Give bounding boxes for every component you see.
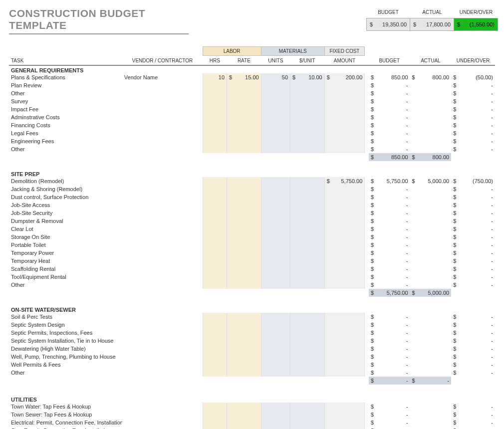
per-unit-cell[interactable] xyxy=(290,177,325,185)
task-cell[interactable]: Jacking & Shoring (Remodel) xyxy=(9,185,122,193)
units-cell[interactable] xyxy=(261,177,290,185)
amount-cell[interactable] xyxy=(324,97,365,105)
amount-cell[interactable] xyxy=(324,121,365,129)
per-unit-cell[interactable] xyxy=(290,313,325,321)
hrs-cell[interactable] xyxy=(203,185,227,193)
units-cell[interactable] xyxy=(261,81,290,89)
budget-cell[interactable]: $- xyxy=(369,97,410,105)
rate-cell[interactable] xyxy=(227,427,261,429)
task-cell[interactable]: Plans & Specifications xyxy=(9,73,122,81)
hrs-cell[interactable] xyxy=(203,217,227,225)
under-cell[interactable]: $- xyxy=(451,241,495,249)
hrs-cell[interactable] xyxy=(203,81,227,89)
rate-cell[interactable] xyxy=(227,337,261,345)
units-cell[interactable] xyxy=(261,129,290,137)
vendor-cell[interactable] xyxy=(122,273,203,281)
units-cell[interactable] xyxy=(261,329,290,337)
task-cell[interactable]: Well Permits & Fees xyxy=(9,361,122,369)
per-unit-cell[interactable] xyxy=(290,137,325,145)
per-unit-cell[interactable] xyxy=(290,201,325,209)
rate-cell[interactable] xyxy=(227,201,261,209)
rate-cell[interactable] xyxy=(227,129,261,137)
amount-cell[interactable] xyxy=(324,265,365,273)
budget-cell[interactable]: $- xyxy=(369,89,410,97)
rate-cell[interactable] xyxy=(227,89,261,97)
per-unit-cell[interactable] xyxy=(290,233,325,241)
rate-cell[interactable] xyxy=(227,273,261,281)
units-cell[interactable] xyxy=(261,369,290,377)
task-cell[interactable]: Other xyxy=(9,281,122,289)
under-cell[interactable]: $- xyxy=(451,321,495,329)
under-cell[interactable]: $- xyxy=(451,257,495,265)
vendor-cell[interactable] xyxy=(122,105,203,113)
per-unit-cell[interactable] xyxy=(290,411,325,419)
amount-cell[interactable] xyxy=(324,321,365,329)
budget-cell[interactable]: $- xyxy=(369,121,410,129)
rate-cell[interactable] xyxy=(227,321,261,329)
actual-cell[interactable]: $5,000.00 xyxy=(410,177,452,185)
per-unit-cell[interactable] xyxy=(290,265,325,273)
amount-cell[interactable] xyxy=(324,329,365,337)
units-cell[interactable] xyxy=(261,209,290,217)
under-cell[interactable]: $- xyxy=(451,369,495,377)
per-unit-cell[interactable] xyxy=(290,185,325,193)
rate-cell[interactable] xyxy=(227,241,261,249)
vendor-cell[interactable] xyxy=(122,427,203,429)
hrs-cell[interactable] xyxy=(203,129,227,137)
per-unit-cell[interactable] xyxy=(290,209,325,217)
vendor-cell[interactable] xyxy=(122,145,203,153)
hrs-cell[interactable] xyxy=(203,361,227,369)
per-unit-cell[interactable] xyxy=(290,273,325,281)
hrs-cell[interactable] xyxy=(203,209,227,217)
rate-cell[interactable] xyxy=(227,113,261,121)
amount-cell[interactable] xyxy=(324,403,365,411)
task-cell[interactable]: Financing Costs xyxy=(9,121,122,129)
units-cell[interactable] xyxy=(261,273,290,281)
hrs-cell[interactable] xyxy=(203,225,227,233)
under-cell[interactable]: $- xyxy=(451,233,495,241)
rate-cell[interactable] xyxy=(227,361,261,369)
units-cell[interactable] xyxy=(261,361,290,369)
budget-cell[interactable]: $- xyxy=(369,313,410,321)
rate-cell[interactable] xyxy=(227,217,261,225)
budget-cell[interactable]: $- xyxy=(369,233,410,241)
units-cell[interactable] xyxy=(261,89,290,97)
hrs-cell[interactable] xyxy=(203,329,227,337)
hrs-cell[interactable] xyxy=(203,419,227,427)
under-cell[interactable]: $- xyxy=(451,217,495,225)
budget-cell[interactable]: $- xyxy=(369,217,410,225)
per-unit-cell[interactable] xyxy=(290,241,325,249)
budget-cell[interactable]: $- xyxy=(369,105,410,113)
units-cell[interactable] xyxy=(261,265,290,273)
hrs-cell[interactable] xyxy=(203,353,227,361)
amount-cell[interactable] xyxy=(324,411,365,419)
hrs-cell[interactable] xyxy=(203,321,227,329)
rate-cell[interactable] xyxy=(227,419,261,427)
hrs-cell[interactable] xyxy=(203,121,227,129)
amount-cell[interactable] xyxy=(324,201,365,209)
task-cell[interactable]: Dumpster & Removal xyxy=(9,217,122,225)
hrs-cell[interactable] xyxy=(203,313,227,321)
hrs-cell[interactable] xyxy=(203,345,227,353)
units-cell[interactable] xyxy=(261,257,290,265)
hrs-cell[interactable] xyxy=(203,201,227,209)
units-cell[interactable] xyxy=(261,121,290,129)
hrs-cell[interactable] xyxy=(203,281,227,289)
amount-cell[interactable] xyxy=(324,281,365,289)
rate-cell[interactable] xyxy=(227,353,261,361)
hrs-cell[interactable] xyxy=(203,337,227,345)
amount-cell[interactable] xyxy=(324,137,365,145)
hrs-cell[interactable] xyxy=(203,89,227,97)
task-cell[interactable]: Legal Fees xyxy=(9,129,122,137)
under-cell[interactable]: $- xyxy=(451,403,495,411)
per-unit-cell[interactable] xyxy=(290,81,325,89)
under-cell[interactable]: $- xyxy=(451,137,495,145)
task-cell[interactable]: Temporary Heat xyxy=(9,257,122,265)
under-cell[interactable]: $- xyxy=(451,249,495,257)
budget-cell[interactable]: $- xyxy=(369,225,410,233)
budget-cell[interactable]: $- xyxy=(369,201,410,209)
budget-cell[interactable]: $850.00 xyxy=(369,73,410,81)
rate-cell[interactable] xyxy=(227,121,261,129)
under-cell[interactable]: $- xyxy=(451,121,495,129)
amount-cell[interactable]: $200.00 xyxy=(324,73,365,81)
